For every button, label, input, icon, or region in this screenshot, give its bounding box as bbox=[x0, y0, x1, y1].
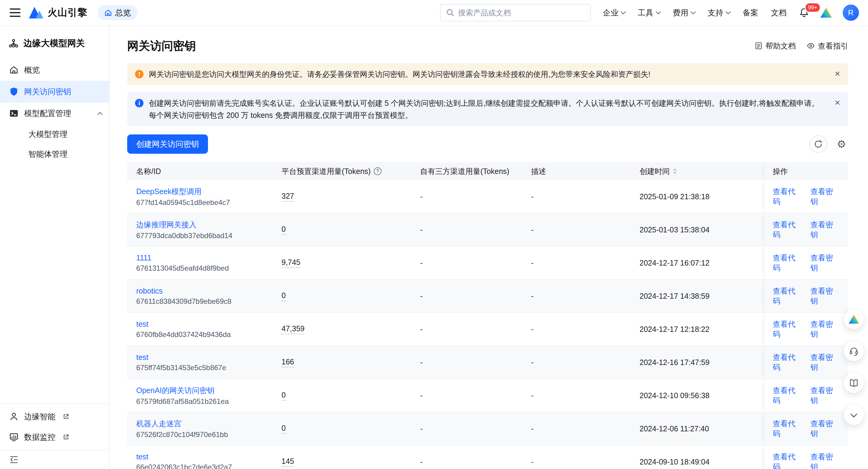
topnav-menu-icp[interactable]: 备案 bbox=[743, 7, 758, 18]
sidebar-item-model-management[interactable]: 大模型管理 bbox=[0, 124, 109, 144]
platform-tokens-value: 47,359 bbox=[281, 324, 304, 334]
view-code-link[interactable]: 查看代码 bbox=[773, 352, 803, 372]
page-title: 网关访问密钥 bbox=[127, 38, 196, 54]
topnav-menu-enterprise[interactable]: 企业 bbox=[603, 7, 625, 18]
description-value: - bbox=[531, 458, 533, 466]
third-party-tokens-value: - bbox=[420, 292, 423, 301]
key-name-link[interactable]: test bbox=[136, 353, 148, 362]
view-key-link[interactable]: 查看密钥 bbox=[810, 419, 840, 439]
sidebar-item-gateway-keys[interactable]: 网关访问密钥 bbox=[0, 81, 109, 102]
col-created-time: 创建时间 bbox=[631, 162, 764, 180]
menu-label: 备案 bbox=[743, 7, 758, 18]
platform-tokens-value: 166 bbox=[281, 357, 294, 368]
menu-label: 工具 bbox=[638, 7, 653, 18]
ai-assistant-icon[interactable] bbox=[820, 7, 832, 19]
help-icon[interactable]: ? bbox=[374, 167, 381, 175]
key-name-link[interactable]: DeepSeek模型调用 bbox=[136, 187, 202, 196]
view-key-link[interactable]: 查看密钥 bbox=[810, 187, 840, 207]
view-key-link[interactable]: 查看密钥 bbox=[810, 352, 840, 372]
third-party-tokens-value: - bbox=[420, 391, 423, 400]
view-key-link[interactable]: 查看密钥 bbox=[810, 452, 840, 469]
column-label: 平台预置渠道用量(Tokens) bbox=[281, 166, 371, 176]
key-name-link[interactable]: test bbox=[136, 320, 148, 329]
column-label: 名称/ID bbox=[136, 166, 161, 176]
sidebar-item-model-config[interactable]: 模型配置管理 bbox=[0, 102, 109, 124]
view-code-link[interactable]: 查看代码 bbox=[773, 253, 803, 273]
view-guide-link[interactable]: 查看指引 bbox=[807, 41, 848, 51]
hamburger-menu-icon[interactable] bbox=[9, 7, 21, 19]
search-input[interactable] bbox=[458, 8, 585, 17]
ai-assistant-icon bbox=[848, 314, 860, 324]
sidebar-item-label: 概览 bbox=[24, 65, 40, 75]
support-button[interactable] bbox=[844, 341, 864, 361]
chevron-up-icon bbox=[98, 112, 103, 117]
close-icon[interactable]: × bbox=[835, 98, 840, 107]
column-label: 描述 bbox=[531, 166, 546, 176]
refresh-icon bbox=[814, 139, 823, 149]
search-box[interactable] bbox=[440, 4, 591, 22]
help-doc-link[interactable]: 帮助文档 bbox=[755, 41, 796, 51]
key-name-link[interactable]: 机器人走迷宫 bbox=[136, 419, 181, 429]
overview-pill[interactable]: 总览 bbox=[98, 5, 137, 20]
view-code-link[interactable]: 查看代码 bbox=[773, 319, 803, 339]
key-id: 677793dca0dbb37ebd6bad14 bbox=[136, 231, 232, 240]
key-name-link[interactable]: robotics bbox=[136, 287, 163, 295]
topnav-menu-billing[interactable]: 费用 bbox=[673, 7, 695, 18]
docs-button[interactable] bbox=[844, 373, 864, 393]
sidebar-collapse-button[interactable] bbox=[0, 450, 109, 469]
view-code-link[interactable]: 查看代码 bbox=[773, 419, 803, 439]
info-alert-line1: 创建网关访问密钥前请先完成账号实名认证。企业认证账号默认可创建 5 个网关访问密… bbox=[149, 99, 819, 107]
view-code-link[interactable]: 查看代码 bbox=[773, 286, 803, 306]
user-avatar[interactable]: R bbox=[843, 4, 859, 21]
create-key-button[interactable]: 创建网关访问密钥 bbox=[127, 134, 208, 154]
view-guide-label: 查看指引 bbox=[818, 41, 848, 51]
platform-tokens-value: 0 bbox=[281, 424, 286, 434]
view-code-link[interactable]: 查看代码 bbox=[773, 187, 803, 207]
overview-pill-label: 总览 bbox=[115, 7, 131, 18]
view-key-link[interactable]: 查看密钥 bbox=[810, 319, 840, 339]
description-value: - bbox=[531, 292, 533, 301]
close-icon[interactable]: × bbox=[835, 69, 840, 79]
key-name-link[interactable]: 1111 bbox=[136, 253, 151, 262]
key-name-link[interactable]: OpenAI的网关访问密钥 bbox=[136, 385, 215, 396]
table-row: DeepSeek模型调用677fd14a05945c1d8eebe4c7327-… bbox=[127, 180, 848, 213]
info-alert-text: 创建网关访问密钥前请先完成账号实名认证。企业认证账号默认可创建 5 个网关访问密… bbox=[149, 97, 819, 121]
ai-assistant-button[interactable] bbox=[844, 309, 864, 329]
sidebar-item-label: 边缘智能 bbox=[24, 411, 56, 422]
settings-button[interactable]: ⚙ bbox=[835, 137, 848, 151]
third-party-tokens-value: - bbox=[420, 259, 423, 268]
created-time: 2024-12-16 17:47:59 bbox=[640, 358, 710, 367]
sort-icon[interactable] bbox=[673, 168, 677, 174]
home-icon bbox=[104, 9, 112, 17]
view-key-link[interactable]: 查看密钥 bbox=[810, 220, 840, 240]
table-row: robotics67611c8384309d7b9ebe69c80--2024-… bbox=[127, 280, 848, 313]
warning-alert-text: 网关访问密钥是您访问大模型网关的身份凭证。请务必妥善保管网关访问密钥。网关访问密… bbox=[149, 68, 650, 80]
person-icon bbox=[9, 412, 19, 421]
collapse-widgets-button[interactable] bbox=[844, 405, 864, 425]
column-label: 自有三方渠道用量(Tokens) bbox=[420, 166, 509, 176]
notifications-bell[interactable]: 99+ bbox=[799, 7, 809, 18]
sidebar-item-agent-management[interactable]: 智能体管理 bbox=[0, 144, 109, 164]
view-key-link[interactable]: 查看密钥 bbox=[810, 253, 840, 273]
platform-tokens-value: 0 bbox=[281, 291, 286, 301]
view-code-link[interactable]: 查看代码 bbox=[773, 220, 803, 240]
refresh-button[interactable] bbox=[809, 135, 827, 153]
view-code-link[interactable]: 查看代码 bbox=[773, 385, 803, 405]
external-link-icon bbox=[63, 434, 69, 440]
platform-tokens-value: 0 bbox=[281, 390, 286, 401]
view-key-link[interactable]: 查看密钥 bbox=[810, 385, 840, 405]
view-code-link[interactable]: 查看代码 bbox=[773, 452, 803, 469]
key-name-link[interactable]: test bbox=[136, 452, 148, 461]
sidebar-item-overview[interactable]: 概览 bbox=[0, 59, 109, 81]
sidebar-item-edge-intelligence[interactable]: 边缘智能 bbox=[0, 406, 109, 427]
description-value: - bbox=[531, 225, 533, 234]
created-time: 2024-12-17 12:18:22 bbox=[640, 325, 710, 334]
sidebar-item-data-monitor[interactable]: 数据监控 bbox=[0, 427, 109, 447]
topnav-menu-support[interactable]: 支持 bbox=[708, 7, 730, 18]
menu-label: 企业 bbox=[603, 7, 618, 18]
volcengine-logo[interactable]: 火山引擎 bbox=[29, 6, 87, 19]
view-key-link[interactable]: 查看密钥 bbox=[810, 286, 840, 306]
key-name-link[interactable]: 边缘推理网关接入 bbox=[136, 220, 196, 230]
topnav-menu-tools[interactable]: 工具 bbox=[638, 7, 660, 18]
topnav-menu-docs[interactable]: 文档 bbox=[771, 7, 786, 18]
